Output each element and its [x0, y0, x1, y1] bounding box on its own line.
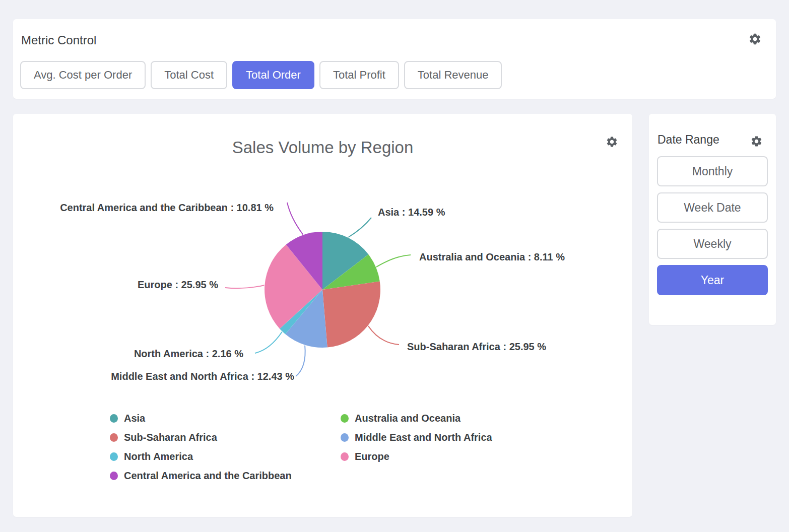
pie-leader-line-2	[368, 326, 399, 345]
legend-dot-icon	[110, 472, 118, 480]
legend-dot-icon	[110, 414, 118, 423]
pie-callout-north-america: North America : 2.16 %	[134, 348, 243, 360]
metric-button-group: Avg. Cost per Order Total Cost Total Ord…	[20, 61, 502, 89]
pie-leader-line-1	[376, 255, 411, 267]
legend-dot-icon	[341, 452, 349, 461]
legend-label: Europe	[355, 451, 389, 462]
date-range-title: Date Range	[658, 133, 719, 147]
pie-leader-line-6	[287, 203, 303, 235]
legend-label: Central America and the Caribbean	[124, 470, 292, 482]
legend-item-north-america[interactable]: North America	[110, 450, 341, 462]
chart-legend: Asia Australia and Oceania Sub-Saharan A…	[110, 412, 492, 482]
legend-item-middle-east-north-africa[interactable]: Middle East and North Africa	[341, 431, 492, 443]
metric-button-avg-cost-per-order[interactable]: Avg. Cost per Order	[20, 61, 146, 89]
metric-button-total-profit[interactable]: Total Profit	[319, 61, 399, 89]
legend-label: Middle East and North Africa	[355, 432, 492, 443]
dashboard-page: Metric Control Avg. Cost per Order Total…	[0, 0, 789, 532]
date-range-card: Date Range Monthly Week Date Weekly Year	[649, 114, 776, 325]
sales-volume-chart-card: Sales Volume by Region Asia : 14.59 % Au…	[13, 114, 632, 517]
range-button-monthly[interactable]: Monthly	[657, 156, 768, 186]
gear-icon[interactable]	[750, 135, 763, 150]
metric-button-total-revenue[interactable]: Total Revenue	[404, 61, 502, 89]
legend-label: Sub-Saharan Africa	[124, 432, 217, 443]
legend-item-central-america-caribbean[interactable]: Central America and the Caribbean	[110, 470, 341, 482]
range-button-week-date[interactable]: Week Date	[657, 192, 768, 223]
range-button-year[interactable]: Year	[657, 265, 768, 295]
legend-item-sub-saharan-africa[interactable]: Sub-Saharan Africa	[110, 431, 341, 443]
legend-dot-icon	[341, 433, 349, 442]
metric-button-total-order[interactable]: Total Order	[232, 61, 314, 89]
metric-button-total-cost[interactable]: Total Cost	[151, 61, 227, 89]
legend-item-europe[interactable]: Europe	[341, 450, 492, 462]
range-button-weekly[interactable]: Weekly	[657, 229, 768, 259]
legend-dot-icon	[110, 452, 118, 461]
pie-callout-middle-east-north-africa: Middle East and North Africa : 12.43 %	[111, 370, 294, 382]
gear-icon[interactable]	[748, 32, 762, 48]
pie-callout-sub-saharan-africa: Sub-Saharan Africa : 25.95 %	[407, 341, 546, 353]
legend-label: North America	[124, 451, 193, 462]
date-range-button-group: Monthly Week Date Weekly Year	[657, 156, 768, 295]
pie-callout-europe: Europe : 25.95 %	[138, 279, 218, 291]
legend-item-australia-oceania[interactable]: Australia and Oceania	[341, 412, 492, 424]
legend-dot-icon	[341, 414, 349, 423]
legend-dot-icon	[110, 433, 118, 442]
pie-leader-line-4	[255, 332, 282, 353]
pie-slice-2[interactable]	[322, 281, 380, 347]
pie-callout-central-america-caribbean: Central America and the Caribbean : 10.8…	[60, 202, 274, 214]
legend-label: Australia and Oceania	[355, 413, 461, 424]
pie-callout-asia: Asia : 14.59 %	[378, 206, 445, 218]
legend-item-asia[interactable]: Asia	[110, 412, 341, 424]
metric-control-card: Metric Control Avg. Cost per Order Total…	[13, 19, 776, 99]
pie-leader-line-3	[296, 346, 305, 376]
legend-label: Asia	[124, 413, 145, 424]
metric-control-title: Metric Control	[21, 33, 96, 47]
pie-leader-line-5	[225, 285, 264, 288]
pie-callout-australia-oceania: Australia and Oceania : 8.11 %	[419, 251, 565, 263]
pie-leader-line-0	[348, 218, 371, 237]
